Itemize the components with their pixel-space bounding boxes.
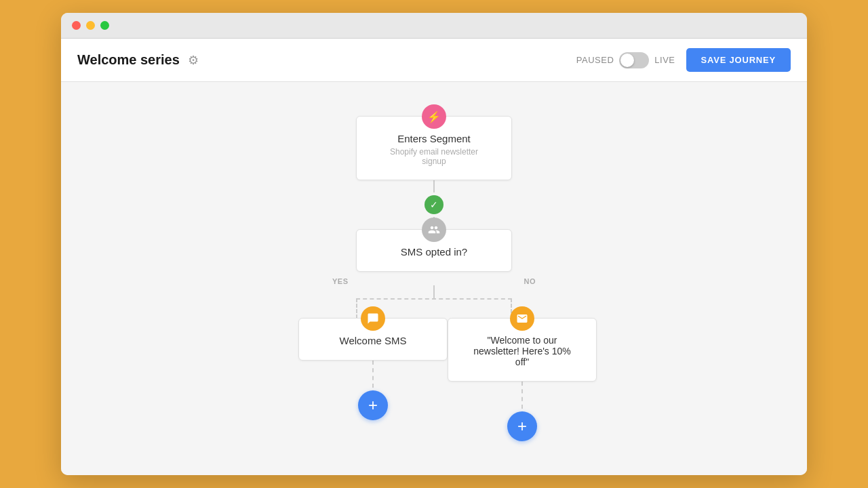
flow-canvas: ⚡ Enters Segment Shopify email newslette… — [61, 82, 807, 475]
welcome-sms-wrapper: Welcome SMS — [298, 318, 448, 361]
toolbar: Welcome series ⚙ PAUSED LIVE SAVE JOURNE… — [61, 39, 807, 82]
gear-icon[interactable]: ⚙ — [188, 53, 199, 68]
close-dot[interactable] — [72, 21, 81, 30]
branch-nodes-row: Welcome SMS + — [285, 299, 583, 441]
flow-diagram: ⚡ Enters Segment Shopify email newslette… — [81, 102, 787, 441]
live-label: LIVE — [654, 55, 675, 65]
sms-opted-title: SMS opted in? — [377, 246, 491, 258]
horizontal-branch-line — [356, 298, 512, 300]
welcome-sms-icon — [361, 306, 385, 331]
line-1a — [433, 180, 435, 192]
right-branch: "Welcome to our newsletter! Here's 10% o… — [448, 318, 597, 441]
paused-label: PAUSED — [576, 55, 614, 65]
left-branch: Welcome SMS + — [298, 318, 448, 420]
welcome-sms-node[interactable]: Welcome SMS — [298, 318, 448, 361]
right-below-line — [521, 382, 523, 409]
app-window: Welcome series ⚙ PAUSED LIVE SAVE JOURNE… — [61, 13, 807, 475]
left-branch-line — [356, 298, 357, 319]
sms-opted-icon — [422, 218, 446, 242]
newsletter-node-wrapper: "Welcome to our newsletter! Here's 10% o… — [448, 318, 597, 382]
live-toggle[interactable] — [619, 52, 649, 68]
no-label: NO — [524, 277, 536, 285]
left-plus-icon: + — [368, 396, 378, 415]
left-below-line — [372, 361, 374, 388]
enters-segment-icon: ⚡ — [422, 104, 446, 129]
maximize-dot[interactable] — [100, 21, 109, 30]
toolbar-left: Welcome series ⚙ — [77, 52, 199, 68]
enters-segment-node[interactable]: ⚡ Enters Segment Shopify email newslette… — [356, 116, 512, 180]
center-vertical-line — [433, 285, 435, 299]
titlebar — [61, 13, 807, 39]
newsletter-icon — [510, 306, 534, 331]
person-icon — [428, 224, 440, 236]
right-add-button[interactable]: + — [507, 411, 537, 441]
left-add-button[interactable]: + — [358, 390, 388, 420]
sms-opted-node[interactable]: SMS opted in? — [356, 229, 512, 272]
branch-section: YES NO — [285, 272, 583, 441]
welcome-sms-title: Welcome SMS — [319, 335, 427, 346]
email-icon — [516, 312, 528, 325]
branch-connector — [285, 285, 583, 299]
check-circle: ✓ — [425, 195, 443, 214]
newsletter-node[interactable]: "Welcome to our newsletter! Here's 10% o… — [448, 318, 597, 382]
yes-label: YES — [332, 277, 349, 285]
enters-segment-subtitle: Shopify email newsletter signup — [377, 147, 491, 166]
right-plus-icon: + — [517, 417, 527, 436]
branch-labels: YES NO — [285, 272, 583, 285]
save-journey-button[interactable]: SAVE JOURNEY — [686, 48, 791, 72]
newsletter-title: "Welcome to our newsletter! Here's 10% o… — [469, 335, 576, 367]
toggle-container: PAUSED LIVE — [576, 52, 675, 68]
chat-icon — [367, 312, 379, 325]
check-icon: ✓ — [430, 199, 438, 210]
toolbar-right: PAUSED LIVE SAVE JOURNEY — [576, 48, 791, 72]
enters-segment-title: Enters Segment — [377, 133, 491, 144]
page-title: Welcome series — [77, 52, 180, 68]
minimize-dot[interactable] — [86, 21, 95, 30]
segment-icon-symbol: ⚡ — [427, 110, 441, 123]
